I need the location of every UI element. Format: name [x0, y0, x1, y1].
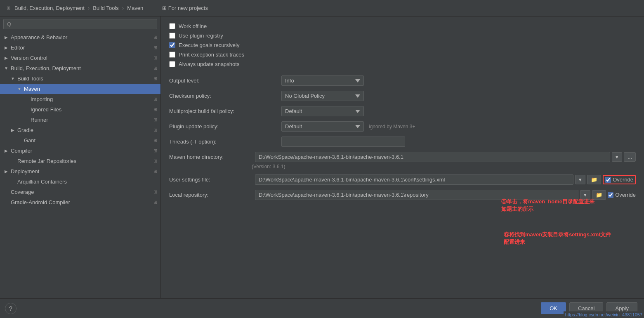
user-settings-input[interactable]	[255, 174, 573, 185]
help-button[interactable]: ?	[5, 303, 17, 314]
sidebar-item-gant[interactable]: Gant⊞	[0, 135, 160, 146]
main-layout: ▶Appearance & Behavior⊞▶Editor⊞▶Version …	[0, 16, 644, 298]
sidebar-item-label-coverage: Coverage	[11, 189, 152, 195]
user-settings-label: User settings file:	[169, 177, 252, 183]
checkbox-label-always-update: Always update snapshots	[179, 61, 239, 67]
sidebar-item-label-gradle: Gradle	[17, 127, 152, 133]
sidebar-item-remote-jar[interactable]: Remote Jar Repositories⊞	[0, 156, 160, 166]
sidebar-item-label-arquillian: Arquillian Containers	[17, 179, 157, 185]
checkbox-row-use-plugin-registry: Use plugin registry	[169, 33, 636, 39]
sidebar-item-copy-icon-gradle-android: ⊞	[153, 200, 157, 205]
sidebar-item-gradle[interactable]: ▶Gradle⊞	[0, 125, 160, 135]
sidebar-item-copy-icon-importing: ⊞	[153, 97, 157, 102]
checkbox-label-print-exception: Print exception stack traces	[179, 52, 244, 58]
checkbox-always-update[interactable]	[169, 61, 175, 67]
sidebar-item-arrow-version-control: ▶	[3, 56, 9, 60]
user-settings-override-label: Override	[613, 177, 633, 183]
maven-home-browse-btn[interactable]: ...	[624, 152, 636, 162]
sidebar-item-label-editor: Editor	[11, 45, 152, 51]
user-settings-browse-btn[interactable]: 📁	[587, 175, 601, 184]
sidebar-item-gradle-android[interactable]: Gradle-Android Compiler⊞	[0, 197, 160, 207]
form-label-multiproject-policy: Multiproject build fail policy:	[169, 108, 276, 114]
user-settings-override-checkbox[interactable]	[605, 177, 611, 183]
sidebar-search-container	[0, 16, 160, 32]
form-label-threads: Threads (-T option):	[169, 139, 276, 145]
maven-home-input[interactable]	[255, 152, 610, 162]
form-label-checksum-policy: Checksum policy:	[169, 93, 276, 99]
sidebar-item-label-version-control: Version Control	[11, 55, 152, 61]
select-checksum-policy[interactable]: No Global PolicyStrictWarnIgnore	[281, 91, 364, 101]
user-settings-override-wrap: Override	[603, 175, 636, 184]
local-repo-label: Local repository:	[169, 192, 252, 198]
checkbox-label-work-offline: Work offline	[179, 23, 207, 29]
input-threads[interactable]	[281, 137, 405, 147]
sidebar-item-label-gant: Gant	[24, 137, 152, 144]
sidebar-item-build-execution[interactable]: ▼Build, Execution, Deployment⊞	[0, 63, 160, 73]
checkbox-work-offline[interactable]	[169, 23, 175, 29]
sidebar-item-label-appearance: Appearance & Behavior	[11, 34, 152, 40]
sidebar-item-copy-icon-coverage: ⊞	[153, 189, 157, 195]
local-repo-input[interactable]	[255, 190, 578, 200]
form-row-plugin-update-policy: Plugin update policy:DefaultAlwaysNeverI…	[169, 121, 636, 132]
sidebar-item-editor[interactable]: ▶Editor⊞	[0, 42, 160, 53]
sidebar: ▶Appearance & Behavior⊞▶Editor⊞▶Version …	[0, 16, 161, 298]
sidebar-item-copy-icon-runner: ⊞	[153, 117, 157, 122]
maven-version-note: (Version: 3.6.1)	[252, 164, 636, 170]
ok-button[interactable]: OK	[541, 302, 566, 314]
sidebar-item-arrow-editor: ▶	[3, 45, 9, 50]
maven-home-dropdown-btn[interactable]: ▾	[612, 152, 622, 162]
bottom-url: https://blog.csdn.net/weixin_43811057	[564, 311, 644, 318]
sidebar-item-version-control[interactable]: ▶Version Control⊞	[0, 53, 160, 63]
bottom-bar: ? OK Cancel Apply https://blog.csdn.net/…	[0, 298, 644, 318]
checkbox-row-execute-goals: Execute goals recursively	[169, 42, 636, 48]
sidebar-item-copy-icon-build-tools: ⊞	[153, 76, 157, 81]
checkboxes-section: Work offlineUse plugin registryExecute g…	[169, 23, 636, 67]
form-control-output-level: QuietInfoDebug	[281, 75, 636, 86]
user-settings-row: User settings file: ▾ 📁 Override	[169, 174, 636, 185]
sidebar-item-copy-icon-build-execution: ⊞	[153, 66, 157, 71]
sidebar-item-ignored-files[interactable]: Ignored Files⊞	[0, 104, 160, 115]
local-repo-override-checkbox[interactable]	[608, 192, 613, 198]
sidebar-item-copy-icon-deployment: ⊞	[153, 169, 157, 174]
checkbox-use-plugin-registry[interactable]	[169, 33, 175, 39]
checkbox-execute-goals[interactable]	[169, 42, 175, 48]
select-plugin-update-policy[interactable]: DefaultAlwaysNeverInterval	[281, 121, 364, 132]
checkbox-row-print-exception: Print exception stack traces	[169, 52, 636, 58]
sidebar-item-arquillian[interactable]: Arquillian Containers	[0, 177, 160, 187]
breadcrumb-sep2: ›	[122, 5, 124, 11]
search-input[interactable]	[3, 19, 157, 29]
sidebar-item-copy-icon-version-control: ⊞	[153, 55, 157, 61]
sidebar-item-importing[interactable]: Importing⊞	[0, 94, 160, 104]
sidebar-item-deployment[interactable]: ▶Deployment⊞	[0, 166, 160, 177]
sidebar-item-compiler[interactable]: ▶Compiler⊞	[0, 146, 160, 156]
copy-icon-2: ⊞	[162, 5, 167, 11]
sidebar-item-label-build-tools: Build Tools	[17, 75, 152, 82]
checkbox-rows-container: Work offlineUse plugin registryExecute g…	[169, 23, 636, 67]
select-output-level[interactable]: QuietInfoDebug	[281, 75, 364, 86]
annotation-step5: ⑤单击，将maven_home目录配置进来如题主的所示	[501, 198, 594, 213]
breadcrumb-sep1: ›	[88, 5, 90, 11]
sidebar-item-arrow-gradle: ▶	[10, 128, 16, 132]
sidebar-item-copy-icon-editor: ⊞	[153, 45, 157, 50]
sidebar-item-copy-icon-remote-jar: ⊞	[153, 158, 157, 164]
sidebar-item-runner[interactable]: Runner⊞	[0, 115, 160, 125]
user-settings-dropdown-btn[interactable]: ▾	[575, 175, 585, 184]
local-repo-dropdown-btn[interactable]: ▾	[580, 190, 590, 200]
form-row-multiproject-policy: Multiproject build fail policy:DefaultAt…	[169, 106, 636, 116]
form-control-plugin-update-policy: DefaultAlwaysNeverIntervalignored by Mav…	[281, 121, 636, 132]
sidebar-item-appearance[interactable]: ▶Appearance & Behavior⊞	[0, 32, 160, 42]
breadcrumb-part2: Build Tools	[93, 5, 119, 11]
form-row-output-level: Output level:QuietInfoDebug	[169, 75, 636, 86]
checkbox-print-exception[interactable]	[169, 52, 175, 58]
sidebar-item-copy-icon-gant: ⊞	[153, 138, 157, 143]
local-repo-browse-btn[interactable]: 📁	[592, 190, 606, 200]
sidebar-item-build-tools[interactable]: ▼Build Tools⊞	[0, 73, 160, 84]
form-row-checksum-policy: Checksum policy:No Global PolicyStrictWa…	[169, 91, 636, 101]
sidebar-item-maven[interactable]: ▼Maven	[0, 84, 160, 94]
local-repo-row: Local repository: ▾ 📁 Override	[169, 190, 636, 200]
select-multiproject-policy[interactable]: DefaultAt EndNeverFail Fast	[281, 106, 364, 116]
sidebar-item-coverage[interactable]: Coverage⊞	[0, 187, 160, 197]
checkbox-label-use-plugin-registry: Use plugin registry	[179, 33, 223, 39]
form-note-plugin-update-policy: ignored by Maven 3+	[369, 124, 415, 130]
sidebar-item-label-build-execution: Build, Execution, Deployment	[11, 65, 152, 71]
